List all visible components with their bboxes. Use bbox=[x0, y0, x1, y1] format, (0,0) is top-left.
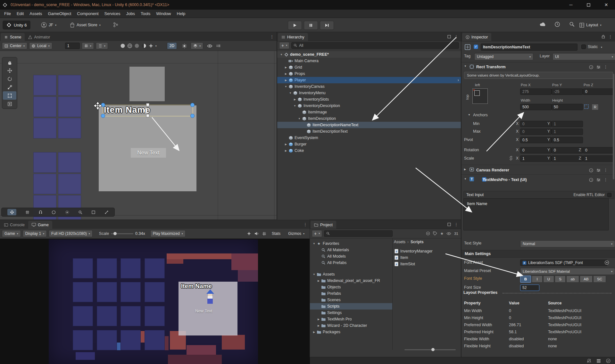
hierarchy-item-burger[interactable]: ▶Burger bbox=[277, 141, 461, 147]
foldout-closed-icon[interactable]: ▶ bbox=[316, 279, 321, 282]
static-checkbox[interactable] bbox=[581, 45, 586, 49]
font-style-u-button[interactable]: U bbox=[543, 276, 554, 283]
scene-inventory-slot[interactable] bbox=[33, 174, 56, 194]
selection-corner-handle[interactable] bbox=[190, 103, 195, 107]
snap-increment-dropdown[interactable]: ▾ bbox=[96, 42, 108, 49]
foldout-open-icon[interactable]: ▼ bbox=[279, 53, 284, 56]
background-tasks-icon[interactable] bbox=[596, 359, 601, 363]
play-button[interactable] bbox=[288, 21, 302, 30]
menu-help[interactable]: Help bbox=[174, 10, 188, 17]
project-file-itemslot[interactable]: #ItemSlot bbox=[394, 261, 458, 267]
project-folder-scripts[interactable]: Scripts bbox=[310, 303, 392, 310]
font-style-s-button[interactable]: S bbox=[555, 276, 566, 283]
vsync-icon[interactable] bbox=[247, 231, 251, 236]
canvas-renderer-foldout[interactable]: ▶ bbox=[464, 168, 466, 171]
breadcrumb-current[interactable]: Scripts bbox=[411, 240, 424, 244]
rect-transform-foldout[interactable]: ▼ bbox=[464, 65, 467, 68]
sphere-overlay-icon[interactable] bbox=[52, 210, 56, 214]
foldout-closed-icon[interactable]: ▶ bbox=[316, 324, 321, 327]
game-menu-icon[interactable]: ⋮ bbox=[303, 222, 307, 227]
scale-slider[interactable] bbox=[111, 233, 133, 234]
cube-overlay-icon[interactable] bbox=[91, 210, 96, 214]
camera-settings-icon[interactable] bbox=[216, 44, 221, 48]
tab-scene[interactable]: Scene bbox=[1, 33, 25, 41]
project-menu-icon[interactable]: ⋮ bbox=[454, 222, 458, 227]
grid-size-field[interactable]: 1 bbox=[65, 43, 80, 49]
hierarchy-item-inventorymenu[interactable]: ▼InventoryMenu bbox=[277, 90, 461, 96]
presets-icon[interactable] bbox=[596, 178, 601, 182]
font-style-ab-button[interactable]: ab bbox=[566, 276, 579, 283]
asset-zoom-slider[interactable] bbox=[404, 349, 456, 350]
tab-game[interactable]: Game bbox=[28, 221, 52, 229]
rotation-z-field[interactable]: 0 bbox=[583, 147, 614, 153]
pause-button[interactable] bbox=[304, 21, 318, 30]
search-overlay-icon[interactable] bbox=[78, 210, 82, 214]
object-picker-icon[interactable] bbox=[604, 260, 609, 265]
layer-dropdown[interactable]: UI▾ bbox=[553, 53, 615, 60]
tab-animator[interactable]: Animator bbox=[25, 33, 54, 41]
menu-gameobject[interactable]: GameObject bbox=[45, 10, 74, 17]
project-folder-objects[interactable]: Objects bbox=[310, 284, 392, 290]
move-overlay-icon[interactable] bbox=[7, 209, 16, 215]
help-icon[interactable]: ? bbox=[589, 178, 593, 182]
project-folder-assets[interactable]: ▼Assets bbox=[310, 271, 392, 277]
gizmos-dropdown[interactable]: Gizmos▾ bbox=[286, 230, 307, 237]
project-folder-favorites[interactable]: ▼★Favorites bbox=[310, 240, 392, 247]
scale-z-field[interactable]: 1 bbox=[583, 155, 614, 162]
hierarchy-item-eventsystem[interactable]: EventSystem bbox=[277, 135, 461, 141]
foldout-closed-icon[interactable]: ▶ bbox=[284, 72, 288, 75]
hierarchy-item-inventorycanvas[interactable]: ▼InventoryCanvas bbox=[277, 83, 461, 90]
project-folder-all-materials[interactable]: All Materials bbox=[310, 247, 392, 253]
version-control-icon[interactable] bbox=[113, 22, 119, 28]
font-style-ab-button[interactable]: AB bbox=[580, 276, 593, 283]
view-tool-button[interactable] bbox=[3, 58, 16, 66]
anchor-preset-widget[interactable] bbox=[472, 88, 488, 104]
hierarchy-item-itemdescriptiontext[interactable]: ItemDescriptionText bbox=[277, 128, 461, 135]
rect-tool-button[interactable] bbox=[3, 91, 16, 100]
effects-dropdown-icon[interactable] bbox=[148, 43, 154, 48]
main-settings-header[interactable]: Main Settings bbox=[461, 250, 615, 258]
render-mode-caret[interactable]: ▾ bbox=[155, 45, 157, 47]
step-button[interactable] bbox=[320, 21, 334, 30]
material-preset-dropdown[interactable]: LiberationSans SDF Material▾ bbox=[520, 268, 615, 275]
scene-lighting-icon[interactable] bbox=[182, 44, 187, 48]
wireframe-icon[interactable] bbox=[127, 43, 132, 48]
hierarchy-item-inventoryslots[interactable]: ▶InventorySlots bbox=[277, 96, 461, 103]
game-viewport[interactable]: Item Name New Text bbox=[49, 239, 258, 364]
grid-snap-dropdown[interactable]: ▾ bbox=[82, 42, 94, 49]
foldout-closed-icon[interactable]: ▶ bbox=[284, 79, 288, 82]
display-dropdown[interactable]: Display 1▾ bbox=[23, 230, 47, 237]
foldout-closed-icon[interactable]: ▶ bbox=[284, 66, 288, 69]
scene-inventory-slot[interactable] bbox=[33, 217, 56, 220]
raw-edit-mode-button[interactable]: R bbox=[592, 104, 599, 110]
project-folder-wizard-2d-character[interactable]: ▶Wizard - 2D Character bbox=[310, 322, 392, 329]
pivot-y-field[interactable]: 0.5 bbox=[552, 137, 583, 143]
scale-y-field[interactable]: 1 bbox=[552, 155, 583, 162]
scene-inventory-slot[interactable] bbox=[58, 217, 81, 220]
layout-dropdown[interactable]: Layout▾ bbox=[579, 21, 602, 29]
breadcrumb-root[interactable]: Assets bbox=[394, 240, 405, 244]
project-folder-all-prefabs[interactable]: All Prefabs bbox=[310, 260, 392, 266]
project-folder-scenes[interactable]: Scenes bbox=[310, 297, 392, 303]
menu-window[interactable]: Window bbox=[153, 10, 174, 17]
asset-store-dropdown[interactable]: Asset Store▾ bbox=[70, 21, 101, 29]
history-icon[interactable] bbox=[554, 21, 560, 27]
shaded-mode-icon[interactable] bbox=[120, 43, 125, 48]
scale-x-field[interactable]: 1 bbox=[520, 155, 552, 162]
shadow-toggle-icon[interactable] bbox=[141, 43, 146, 48]
tab-console[interactable]: Console bbox=[1, 221, 28, 229]
layout-properties-drag-handle[interactable] bbox=[503, 293, 611, 294]
pivot-handle[interactable] bbox=[145, 108, 150, 113]
width-field[interactable]: 500 bbox=[520, 104, 552, 110]
foldout-open-icon[interactable]: ▼ bbox=[293, 104, 297, 107]
pos-y-field[interactable]: -25 bbox=[552, 88, 583, 95]
foldout-closed-icon[interactable]: ▶ bbox=[293, 98, 297, 101]
tool-handle-position-dropdown[interactable]: Center▾ bbox=[2, 42, 27, 49]
presets-icon[interactable] bbox=[596, 168, 601, 172]
foldout-closed-icon[interactable]: ▶ bbox=[284, 143, 288, 146]
pos-z-field[interactable]: 0 bbox=[583, 88, 614, 95]
foldout-open-icon[interactable]: ▼ bbox=[297, 117, 302, 120]
scene-inventory-slot[interactable] bbox=[33, 152, 56, 173]
foldout-closed-icon[interactable]: ▶ bbox=[284, 149, 288, 152]
tmp-foldout[interactable]: ▼ bbox=[464, 178, 467, 180]
